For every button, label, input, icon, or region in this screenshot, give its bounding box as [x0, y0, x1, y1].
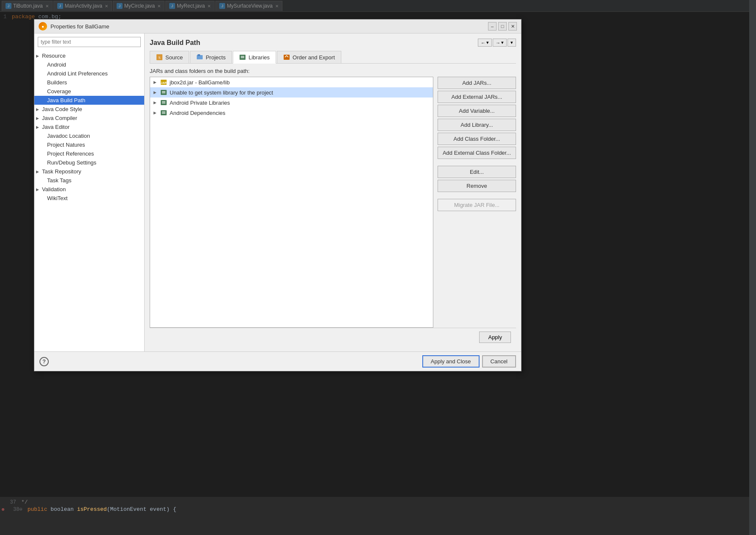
tree-item-run-debug[interactable]: Run/Debug Settings [34, 158, 144, 167]
cancel-button[interactable]: Cancel [482, 355, 516, 368]
apply-button[interactable]: Apply [479, 332, 511, 343]
migrate-jar-button[interactable]: Migrate JAR File... [438, 199, 516, 211]
library-book-icon [160, 109, 167, 116]
property-tree: ▶ Resource Android Android Lint Preferen… [34, 50, 144, 351]
tree-item-task-repository[interactable]: ▶ Task Repository [34, 167, 144, 176]
button-spacer-2 [438, 194, 516, 197]
panel-title-area: Java Build Path ← ▾ → ▾ ▾ [150, 39, 516, 47]
nav-menu-icon: ▾ [511, 40, 513, 45]
spacer-icon [41, 143, 45, 147]
tab-order-export[interactable]: Order and Export [277, 51, 341, 63]
nav-menu-button[interactable]: ▾ [508, 39, 516, 47]
tree-item-builders[interactable]: Builders [34, 78, 144, 87]
panel-title-text: Java Build Path [150, 39, 200, 47]
source-tab-icon: S [156, 54, 163, 61]
lib-item-android-dependencies[interactable]: ▶ Android Dependencies [150, 108, 433, 118]
add-variable-button[interactable]: Add Variable... [438, 105, 516, 117]
tree-item-task-tags[interactable]: Task Tags [34, 176, 144, 185]
spacer-icon [41, 152, 45, 156]
dialog-footer: ? Apply and Close Cancel [34, 351, 521, 371]
svg-text:S: S [158, 56, 160, 60]
tree-item-javadoc[interactable]: Javadoc Location [34, 131, 144, 140]
nav-back-button[interactable]: ← ▾ [478, 39, 492, 47]
nav-forward-button[interactable]: → ▾ [493, 39, 507, 47]
tree-item-validation[interactable]: ▶ Validation [34, 185, 144, 194]
right-panel: Java Build Path ← ▾ → ▾ ▾ [145, 33, 521, 351]
help-button[interactable]: ? [39, 357, 49, 366]
code-method-ispressed: isPressed [77, 506, 107, 513]
add-library-button[interactable]: Add Library... [438, 119, 516, 131]
tree-item-java-compiler[interactable]: ▶ Java Compiler [34, 114, 144, 123]
apply-row: Apply [150, 328, 516, 346]
svg-text:JAR: JAR [161, 81, 167, 84]
tree-expand-icon: ▶ [36, 125, 40, 129]
content-tabs-row: S Source Projects [150, 51, 516, 64]
dialog-app-icon: ● [39, 22, 47, 31]
svg-rect-4 [240, 55, 245, 60]
tree-expand-icon: ▶ [36, 187, 40, 192]
svg-rect-13 [161, 100, 167, 105]
tree-item-resource[interactable]: ▶ Resource [34, 51, 144, 60]
tree-expand-icon: ▶ [36, 54, 40, 58]
add-class-folder-button[interactable]: Add Class Folder... [438, 133, 516, 145]
code-type-boolean: boolean [47, 506, 77, 513]
footer-buttons: Apply and Close Cancel [422, 355, 516, 368]
tree-item-project-references[interactable]: Project References [34, 149, 144, 158]
dialog-title-area: ● Properties for BallGame [39, 22, 109, 31]
editor-scrollbar[interactable] [749, 0, 756, 535]
spacer-icon [41, 98, 45, 103]
tree-item-coverage[interactable]: Coverage [34, 87, 144, 96]
navigation-arrows: ← ▾ → ▾ ▾ [478, 39, 516, 47]
tree-item-java-editor[interactable]: ▶ Java Editor [34, 123, 144, 131]
left-panel: ▶ Resource Android Android Lint Preferen… [34, 33, 145, 351]
lib-expand-icon: ▶ [153, 111, 158, 115]
add-external-class-folder-button[interactable]: Add External Class Folder... [438, 147, 516, 159]
remove-button[interactable]: Remove [438, 180, 516, 192]
tree-item-java-build-path[interactable]: Java Build Path [34, 96, 144, 105]
lib-item-android-private[interactable]: ▶ Android Private Libraries [150, 98, 433, 108]
library-book-icon [160, 99, 167, 106]
code-row-37: 37 */ [0, 499, 756, 506]
tab-projects[interactable]: Projects [190, 51, 232, 63]
nav-back-icon: ← [481, 40, 485, 45]
line-number-37: 37 [0, 499, 21, 505]
spacer-icon [41, 161, 45, 165]
dialog-body: ▶ Resource Android Android Lint Preferen… [34, 33, 521, 351]
spacer-icon [41, 72, 45, 76]
tree-item-wikitext[interactable]: WikiText [34, 194, 144, 203]
spacer-icon [41, 63, 45, 67]
libraries-description: JARs and class folders on the build path… [150, 68, 516, 74]
restore-button[interactable]: □ [498, 22, 507, 31]
tab-source[interactable]: S Source [150, 51, 189, 63]
apply-and-close-button[interactable]: Apply and Close [422, 355, 480, 368]
projects-tab-icon [196, 54, 203, 61]
close-button[interactable]: ✕ [508, 22, 517, 31]
tree-expand-icon: ▶ [36, 116, 40, 120]
minimize-button[interactable]: – [488, 22, 497, 31]
nav-forward-dropdown-icon: ▾ [501, 40, 504, 45]
tree-item-java-code-style[interactable]: ▶ Java Code Style [34, 105, 144, 114]
spacer-icon [41, 196, 45, 201]
tab-libraries[interactable]: Libraries [233, 51, 276, 64]
code-row-38: ⊗ 38⊖ public boolean isPressed (MotionEv… [0, 506, 756, 513]
lib-item-jbox2d[interactable]: ▶ JAR jbox2d.jar - BallGame/lib [150, 77, 433, 87]
filter-input[interactable] [38, 37, 141, 47]
tree-item-android-lint[interactable]: Android Lint Preferences [34, 69, 144, 78]
edit-button[interactable]: Edit... [438, 166, 516, 178]
tree-item-project-natures[interactable]: Project Natures [34, 140, 144, 149]
code-params: (MotionEvent event) { [107, 506, 176, 513]
add-external-jars-button[interactable]: Add External JARs... [438, 91, 516, 103]
libraries-content-area: ▶ JAR jbox2d.jar - BallGame/lib ▶ [150, 77, 516, 328]
bottom-code-editor: 37 */ ⊗ 38⊖ public boolean isPressed (Mo… [0, 497, 756, 535]
tree-expand-icon: ▶ [36, 170, 40, 174]
line-number-38: 38⊖ [6, 506, 28, 513]
lib-item-system-library[interactable]: ▶ Unable to get system library for the p… [150, 87, 433, 98]
lib-expand-icon: ▶ [153, 100, 158, 105]
svg-rect-3 [198, 54, 200, 56]
add-jars-button[interactable]: Add JARs... [438, 77, 516, 89]
libraries-tab-icon [239, 54, 246, 61]
tree-item-android[interactable]: Android [34, 60, 144, 69]
library-list: ▶ JAR jbox2d.jar - BallGame/lib ▶ [150, 77, 433, 328]
dialog-window-controls: – □ ✕ [488, 22, 517, 31]
nav-back-dropdown-icon: ▾ [486, 40, 489, 45]
